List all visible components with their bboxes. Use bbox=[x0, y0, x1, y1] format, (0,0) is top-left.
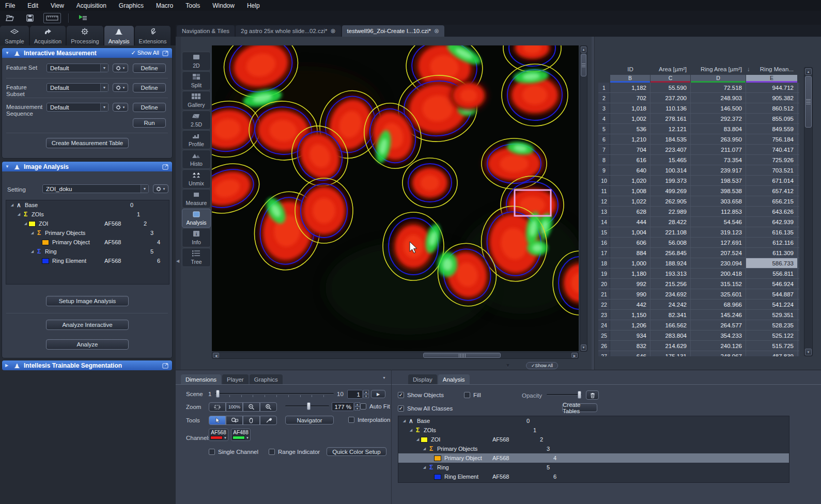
table-cell[interactable]: 166.562 bbox=[650, 320, 691, 330]
menu-window[interactable]: Window bbox=[212, 2, 235, 9]
table-cell[interactable]: 606 bbox=[610, 238, 650, 247]
scrollbar-thumb[interactable] bbox=[423, 353, 501, 358]
table-cell[interactable]: 146.500 bbox=[691, 103, 746, 113]
tree-expander-icon[interactable]: ◢ bbox=[422, 465, 427, 469]
row-number[interactable]: 25 bbox=[598, 330, 610, 340]
scene-slider[interactable] bbox=[215, 390, 334, 398]
view-tab-split[interactable]: Split bbox=[182, 71, 211, 90]
row-number[interactable]: 3 bbox=[598, 103, 610, 113]
table-cell[interactable]: 72.518 bbox=[691, 83, 746, 92]
table-row[interactable]: 1660656.008127.691612.116 bbox=[598, 238, 799, 248]
tree-item-zoi[interactable]: ◢ZOIAF5682 bbox=[6, 219, 169, 228]
table-cell[interactable]: 642.939 bbox=[746, 217, 798, 227]
table-cell[interactable]: 223.407 bbox=[650, 145, 691, 154]
row-number[interactable]: 9 bbox=[598, 165, 610, 175]
workspace-tab-sample[interactable]: Sample bbox=[0, 26, 29, 45]
table-cell[interactable]: 211.077 bbox=[691, 145, 746, 154]
define-button[interactable]: Define bbox=[133, 64, 166, 73]
feature-subset-dropdown[interactable]: Default▼ bbox=[47, 83, 109, 92]
table-cell[interactable]: 188.924 bbox=[650, 258, 691, 268]
table-cell[interactable]: 756.184 bbox=[746, 134, 798, 144]
scroll-right-icon[interactable]: ▶ bbox=[571, 353, 578, 358]
show-all-classes-checkbox[interactable]: ✓Show All Classes bbox=[398, 405, 453, 412]
table-cell[interactable]: 303.658 bbox=[691, 196, 746, 206]
vertical-scrollbar[interactable]: ▲ ▼ bbox=[580, 45, 587, 352]
feature-set-dropdown[interactable]: Default▼ bbox=[47, 64, 109, 72]
table-cell[interactable]: 22.989 bbox=[650, 207, 691, 216]
view-tab-2d[interactable]: 2D bbox=[182, 52, 211, 71]
view-tab-histo[interactable]: Histo bbox=[182, 150, 211, 169]
table-cell[interactable]: 73.354 bbox=[691, 155, 746, 165]
menu-tools[interactable]: Tools bbox=[185, 2, 200, 9]
tab-dimensions[interactable]: Dimensions bbox=[181, 374, 221, 384]
view-tab-unmix[interactable]: Unmix bbox=[182, 169, 211, 188]
table-cell[interactable]: 215.256 bbox=[650, 279, 691, 289]
zoom-fit-icon[interactable] bbox=[209, 402, 226, 412]
table-cell[interactable]: 198.537 bbox=[691, 176, 746, 185]
table-cell[interactable]: 248.067 bbox=[691, 351, 746, 356]
show-all-checkbox[interactable]: ✓ Show All bbox=[131, 50, 159, 56]
column-letter-D[interactable]: D bbox=[691, 75, 746, 83]
scroll-left-icon[interactable]: ◀ bbox=[213, 353, 219, 358]
tree-item-primary-object[interactable]: Primary ObjectAF5684 bbox=[398, 453, 789, 463]
table-cell[interactable]: 54.546 bbox=[691, 217, 746, 227]
intellesis-header[interactable]: ▶ Intellesis Trainable Segmentation bbox=[2, 360, 172, 370]
table-cell[interactable]: 221.108 bbox=[650, 227, 691, 237]
tree-item-zois[interactable]: ◢ΣZOIs1 bbox=[398, 426, 789, 435]
table-cell[interactable]: 1,022 bbox=[610, 196, 650, 206]
define-button[interactable]: Define bbox=[133, 83, 166, 92]
document-tab[interactable]: Navigation & Tiles bbox=[177, 25, 235, 37]
table-cell[interactable]: 278.161 bbox=[650, 114, 691, 123]
table-row[interactable]: 21990234.692325.601544.887 bbox=[598, 289, 799, 300]
table-cell[interactable]: 398.538 bbox=[691, 186, 746, 196]
view-tab-2_5d[interactable]: 2.5D bbox=[182, 111, 211, 130]
table-cell[interactable]: 193.313 bbox=[650, 269, 691, 278]
row-number[interactable]: 23 bbox=[598, 310, 610, 320]
tree-item-base[interactable]: ◢∧Base0 bbox=[398, 416, 789, 426]
show-objects-checkbox[interactable]: ✓Show Objects bbox=[398, 392, 444, 398]
view-tab-analysis[interactable]: Analysis bbox=[182, 209, 211, 228]
tree-item-ring-element[interactable]: Ring ElementAF5686 bbox=[6, 256, 169, 265]
row-number[interactable]: 11 bbox=[598, 186, 610, 196]
column-header-E[interactable]: ↓Ring Mean... bbox=[746, 64, 798, 75]
table-row[interactable]: 25934283.804354.233525.122 bbox=[598, 330, 799, 341]
workspace-tab-acquisition[interactable]: Acquisition bbox=[30, 26, 66, 45]
table-cell[interactable]: 934 bbox=[610, 330, 650, 340]
table-row[interactable]: 2244224.24268.966541.224 bbox=[598, 300, 799, 310]
row-number[interactable]: 15 bbox=[598, 227, 610, 237]
table-cell[interactable]: 1,180 bbox=[610, 269, 650, 278]
zoom-100-button[interactable]: 100% bbox=[226, 402, 243, 412]
zoom-spinbox[interactable]: 177 % ▲▼ bbox=[332, 402, 360, 411]
table-cell[interactable]: 628 bbox=[610, 207, 650, 216]
row-number[interactable]: 26 bbox=[598, 341, 610, 351]
tree-expander-icon[interactable]: ◢ bbox=[408, 428, 414, 432]
scrollbar-thumb[interactable] bbox=[805, 76, 812, 128]
table-cell[interactable]: 944.712 bbox=[746, 83, 798, 92]
table-cell[interactable]: 671.014 bbox=[746, 176, 798, 185]
table-row[interactable]: 121,022262.905303.658656.215 bbox=[598, 196, 799, 207]
close-tab-icon[interactable]: ⊗ bbox=[434, 27, 439, 35]
table-row[interactable]: 241,206166.562264.577528.235 bbox=[598, 320, 799, 330]
table-cell[interactable]: 703.521 bbox=[746, 165, 798, 175]
panel-splitter[interactable]: ◀ bbox=[176, 37, 181, 370]
table-cell[interactable]: 68.966 bbox=[691, 300, 746, 309]
menu-macro[interactable]: Macro bbox=[156, 2, 173, 9]
table-row[interactable]: 17884256.845207.524611.309 bbox=[598, 248, 799, 258]
tree-expander-icon[interactable]: ◢ bbox=[415, 437, 421, 442]
tree-expander-icon[interactable]: ◢ bbox=[9, 203, 15, 207]
row-number[interactable]: 1 bbox=[598, 83, 610, 92]
table-cell[interactable]: 82.341 bbox=[650, 310, 691, 320]
collapse-chevron-icon[interactable]: ▼ bbox=[505, 363, 510, 368]
zoom-region-tool-icon[interactable] bbox=[226, 416, 243, 425]
table-cell[interactable]: 240.126 bbox=[691, 341, 746, 351]
scroll-up-icon[interactable]: ▲ bbox=[581, 46, 586, 53]
tab-overflow-icon[interactable]: ▼ bbox=[382, 376, 386, 380]
table-cell[interactable]: 529.351 bbox=[746, 310, 798, 320]
expand-icon[interactable]: ▶ bbox=[5, 363, 10, 368]
zoom-out-icon[interactable] bbox=[243, 402, 260, 412]
open-file-icon[interactable] bbox=[4, 13, 17, 23]
table-cell[interactable]: 15.465 bbox=[650, 155, 691, 165]
tree-expander-icon[interactable]: ◢ bbox=[422, 447, 427, 451]
delete-button[interactable] bbox=[586, 390, 599, 400]
table-cell[interactable]: 487.839 bbox=[746, 351, 798, 356]
